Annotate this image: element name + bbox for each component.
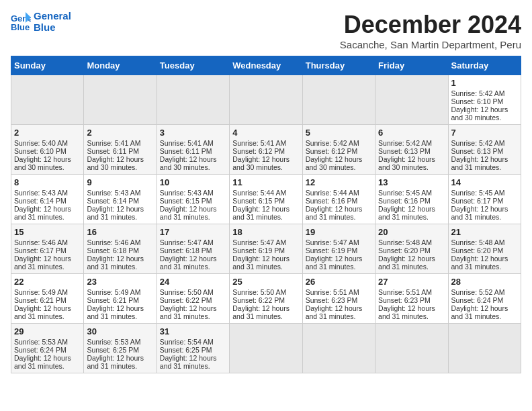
day-number: 12	[306, 177, 372, 187]
sunrise-text: Sunrise: 5:52 AM	[451, 288, 505, 296]
day-number: 21	[451, 227, 518, 237]
calendar-cell	[448, 324, 521, 373]
sunrise-text: Sunrise: 5:42 AM	[451, 89, 505, 97]
sunrise-text: Sunrise: 5:42 AM	[451, 139, 505, 147]
month-title: December 2024	[340, 11, 521, 39]
sunset-text: Sunset: 6:23 PM	[378, 296, 431, 304]
daylight-text: Daylight: 12 hours and 31 minutes.	[87, 205, 144, 221]
day-number: 15	[14, 227, 81, 237]
daylight-text: Daylight: 12 hours and 30 minutes.	[306, 155, 363, 171]
day-number: 31	[160, 326, 226, 336]
sunset-text: Sunset: 6:18 PM	[160, 246, 212, 255]
calendar-cell: 6Sunrise: 5:42 AMSunset: 6:13 PMDaylight…	[375, 125, 448, 175]
sunrise-text: Sunrise: 5:50 AM	[232, 288, 286, 296]
day-number: 1	[451, 78, 518, 88]
calendar-cell: 30Sunrise: 5:53 AMSunset: 6:25 PMDayligh…	[84, 324, 157, 373]
sunrise-text: Sunrise: 5:41 AM	[87, 139, 140, 147]
sunrise-text: Sunrise: 5:44 AM	[306, 189, 359, 197]
day-number: 19	[306, 227, 372, 237]
calendar-cell: 2Sunrise: 5:40 AMSunset: 6:10 PMDaylight…	[11, 125, 84, 175]
week-row-1: 1Sunrise: 5:42 AMSunset: 6:10 PMDaylight…	[11, 75, 521, 125]
sunset-text: Sunset: 6:17 PM	[14, 246, 66, 255]
sunset-text: Sunset: 6:16 PM	[306, 197, 358, 205]
sunset-text: Sunset: 6:17 PM	[451, 197, 504, 205]
calendar-cell	[375, 75, 448, 125]
calendar-cell: 24Sunrise: 5:50 AMSunset: 6:22 PMDayligh…	[157, 274, 229, 324]
sunrise-text: Sunrise: 5:50 AM	[160, 288, 214, 296]
sunset-text: Sunset: 6:16 PM	[378, 197, 431, 205]
sunset-text: Sunset: 6:14 PM	[14, 197, 66, 205]
sunset-text: Sunset: 6:11 PM	[160, 147, 212, 155]
calendar-cell: 2Sunrise: 5:41 AMSunset: 6:11 PMDaylight…	[84, 125, 157, 175]
calendar-cell	[375, 324, 448, 373]
sunset-text: Sunset: 6:13 PM	[378, 147, 431, 155]
calendar-cell	[84, 75, 157, 125]
calendar-cell: 7Sunrise: 5:42 AMSunset: 6:13 PMDaylight…	[448, 125, 521, 175]
day-number: 17	[160, 227, 226, 237]
day-number: 29	[14, 326, 81, 336]
calendar-cell: 18Sunrise: 5:47 AMSunset: 6:19 PMDayligh…	[230, 224, 302, 274]
sunset-text: Sunset: 6:18 PM	[87, 246, 139, 255]
calendar-cell: 13Sunrise: 5:45 AMSunset: 6:16 PMDayligh…	[375, 175, 448, 224]
sunset-text: Sunset: 6:13 PM	[451, 147, 504, 155]
daylight-text: Daylight: 12 hours and 31 minutes.	[160, 205, 217, 221]
day-number: 28	[451, 277, 518, 287]
daylight-text: Daylight: 12 hours and 30 minutes.	[87, 155, 144, 171]
sunset-text: Sunset: 6:24 PM	[451, 296, 504, 304]
day-header-friday: Friday	[375, 56, 448, 75]
calendar-cell: 29Sunrise: 5:53 AMSunset: 6:24 PMDayligh…	[11, 324, 84, 373]
header: General Blue General Blue December 2024 …	[11, 11, 521, 50]
sunset-text: Sunset: 6:15 PM	[160, 197, 212, 205]
sunrise-text: Sunrise: 5:44 AM	[232, 189, 286, 197]
sunset-text: Sunset: 6:25 PM	[87, 346, 139, 354]
daylight-text: Daylight: 12 hours and 30 minutes.	[232, 155, 290, 171]
sunset-text: Sunset: 6:20 PM	[378, 246, 431, 255]
daylight-text: Daylight: 12 hours and 31 minutes.	[378, 255, 435, 271]
calendar-cell	[302, 324, 375, 373]
daylight-text: Daylight: 12 hours and 31 minutes.	[378, 205, 435, 221]
calendar-cell: 9Sunrise: 5:43 AMSunset: 6:14 PMDaylight…	[84, 175, 157, 224]
sunrise-text: Sunrise: 5:47 AM	[160, 238, 214, 246]
calendar-cell: 14Sunrise: 5:45 AMSunset: 6:17 PMDayligh…	[448, 175, 521, 224]
sunset-text: Sunset: 6:12 PM	[232, 147, 285, 155]
day-number: 10	[160, 177, 226, 187]
calendar-cell: 22Sunrise: 5:49 AMSunset: 6:21 PMDayligh…	[11, 274, 84, 324]
day-number: 23	[87, 277, 153, 287]
daylight-text: Daylight: 12 hours and 31 minutes.	[378, 304, 435, 320]
day-number: 2	[14, 128, 81, 138]
logo-icon: General Blue	[11, 12, 31, 32]
calendar-cell: 3Sunrise: 5:41 AMSunset: 6:11 PMDaylight…	[157, 125, 229, 175]
daylight-text: Daylight: 12 hours and 31 minutes.	[14, 354, 71, 370]
day-number: 25	[232, 277, 299, 287]
calendar-cell: 27Sunrise: 5:51 AMSunset: 6:23 PMDayligh…	[375, 274, 448, 324]
day-number: 7	[451, 128, 518, 138]
day-number: 14	[451, 177, 518, 187]
daylight-text: Daylight: 12 hours and 31 minutes.	[306, 205, 363, 221]
sunrise-text: Sunrise: 5:48 AM	[451, 238, 505, 246]
sunrise-text: Sunrise: 5:46 AM	[87, 238, 140, 246]
calendar-cell: 12Sunrise: 5:44 AMSunset: 6:16 PMDayligh…	[302, 175, 375, 224]
sunset-text: Sunset: 6:19 PM	[232, 246, 285, 255]
sunrise-text: Sunrise: 5:46 AM	[14, 238, 68, 246]
day-number: 22	[14, 277, 81, 287]
calendar-body: 1Sunrise: 5:42 AMSunset: 6:10 PMDaylight…	[11, 75, 521, 373]
calendar-cell: 1Sunrise: 5:42 AMSunset: 6:10 PMDaylight…	[448, 75, 521, 125]
sunset-text: Sunset: 6:15 PM	[232, 197, 285, 205]
sunrise-text: Sunrise: 5:53 AM	[87, 338, 140, 346]
daylight-text: Daylight: 12 hours and 30 minutes.	[451, 105, 508, 122]
sunrise-text: Sunrise: 5:41 AM	[232, 139, 286, 147]
daylight-text: Daylight: 12 hours and 31 minutes.	[14, 255, 71, 271]
calendar-cell: 10Sunrise: 5:43 AMSunset: 6:15 PMDayligh…	[157, 175, 229, 224]
logo-text-line2: Blue	[34, 22, 71, 34]
calendar-cell: 19Sunrise: 5:47 AMSunset: 6:19 PMDayligh…	[302, 224, 375, 274]
day-number: 2	[87, 128, 153, 138]
sunrise-text: Sunrise: 5:48 AM	[378, 238, 432, 246]
sunrise-text: Sunrise: 5:54 AM	[160, 338, 214, 346]
day-number: 18	[232, 227, 299, 237]
daylight-text: Daylight: 12 hours and 30 minutes.	[14, 155, 71, 171]
sunset-text: Sunset: 6:21 PM	[14, 296, 66, 304]
logo-text-line1: General	[34, 11, 71, 22]
sunset-text: Sunset: 6:21 PM	[87, 296, 139, 304]
daylight-text: Daylight: 12 hours and 31 minutes.	[87, 255, 144, 271]
daylight-text: Daylight: 12 hours and 31 minutes.	[232, 304, 290, 320]
